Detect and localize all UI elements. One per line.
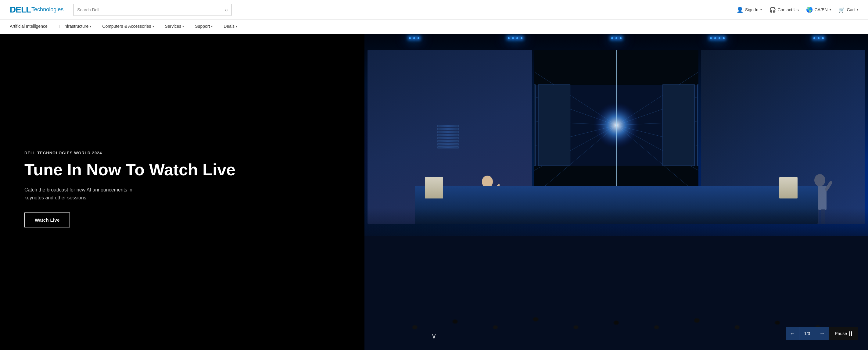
prev-slide-button[interactable]: ← <box>786 327 799 340</box>
ceiling-lights <box>365 34 868 39</box>
light-dot <box>616 37 617 39</box>
pause-button[interactable]: Pause <box>829 327 858 340</box>
logo-dell-text: DELL <box>10 5 31 14</box>
hero-section: DELL TECHNOLOGIES WORLD 2024 Tune In Now… <box>0 34 868 350</box>
pause-bar-2 <box>851 331 852 336</box>
light-dot <box>723 37 725 39</box>
nav-services-label: Services <box>165 24 182 29</box>
light-dot <box>413 37 415 39</box>
search-input[interactable] <box>77 7 224 12</box>
logo-tech-text: Technologies <box>31 6 63 13</box>
nav-deals-label: Deals <box>223 24 235 29</box>
svg-rect-21 <box>534 85 535 166</box>
user-icon: 👤 <box>737 6 743 13</box>
nav-ai-label: Artificial Intelligence <box>10 24 48 29</box>
sign-in-label: Sign In <box>745 7 758 12</box>
nav-support-chevron-icon: ▾ <box>211 25 213 28</box>
nav-support-label: Support <box>195 24 210 29</box>
nav-item-support[interactable]: Support ▾ <box>189 20 218 34</box>
light-dot <box>813 37 815 39</box>
light-dot <box>611 37 613 39</box>
nav-deals-chevron-icon: ▾ <box>236 25 237 28</box>
stage-light-right <box>779 177 798 198</box>
server-unit <box>437 128 459 130</box>
light-dot <box>417 37 420 39</box>
sign-in-link[interactable]: 👤 Sign In ▾ <box>737 6 762 13</box>
nav-it-chevron-icon: ▾ <box>90 25 91 28</box>
scroll-down-indicator[interactable]: ∨ <box>431 332 437 340</box>
hero-description: Catch the broadcast for new AI announcem… <box>24 186 146 201</box>
hero-title: Tune In Now To Watch Live <box>24 161 346 179</box>
search-button[interactable]: ⌕ <box>224 6 228 13</box>
stage-light-left <box>425 177 443 198</box>
server-unit <box>437 146 459 149</box>
nav-item-services[interactable]: Services ▾ <box>159 20 190 34</box>
light-dot <box>508 37 509 39</box>
cart-chevron-icon: ▾ <box>857 8 858 11</box>
light-dot <box>620 37 622 39</box>
light-dot <box>521 37 522 39</box>
light-dot <box>516 37 518 39</box>
light-dot <box>818 37 819 39</box>
server-unit <box>437 143 459 146</box>
slide-counter: 1/3 <box>799 327 815 340</box>
light-dot <box>822 37 824 39</box>
server-unit <box>437 125 459 127</box>
region-label: CA/EN <box>815 7 828 12</box>
server-unit <box>437 140 459 142</box>
nav-item-deals[interactable]: Deals ▾ <box>218 20 243 34</box>
main-nav: Artificial Intelligence IT Infrastructur… <box>0 20 868 34</box>
watch-live-button[interactable]: Watch Live <box>24 213 70 227</box>
nav-computers-chevron-icon: ▾ <box>153 25 154 28</box>
header: DELL Technologies ⌕ 👤 Sign In ▾ 🎧 Contac… <box>0 0 868 20</box>
cart-icon: 🛒 <box>838 6 845 13</box>
server-rack <box>437 125 459 149</box>
svg-rect-22 <box>538 85 570 166</box>
search-icon: ⌕ <box>224 6 228 13</box>
search-bar: ⌕ <box>73 4 232 16</box>
pause-bar-1 <box>849 331 850 336</box>
nav-services-chevron-icon: ▾ <box>182 25 184 28</box>
light-dot <box>718 37 720 39</box>
headset-icon: 🎧 <box>769 6 776 13</box>
light-group-1 <box>409 37 420 39</box>
nav-item-computers[interactable]: Computers & Accessories ▾ <box>97 20 159 34</box>
server-unit <box>437 134 459 136</box>
next-slide-button[interactable]: → <box>815 327 829 340</box>
nav-it-label: IT Infrastructure <box>59 24 89 29</box>
light-group-5 <box>813 37 824 39</box>
nav-computers-label: Computers & Accessories <box>102 24 151 29</box>
server-unit <box>437 137 459 139</box>
light-group-4 <box>710 37 725 39</box>
cart-label: Cart <box>847 7 855 12</box>
light-group-2 <box>508 37 522 39</box>
hero-controls: ← 1/3 → Pause <box>786 327 858 340</box>
svg-rect-23 <box>663 85 694 166</box>
contact-us-label: Contact Us <box>778 7 799 12</box>
region-chevron-icon: ▾ <box>830 8 831 11</box>
light-dot <box>714 37 716 39</box>
light-dot <box>710 37 712 39</box>
hero-content: DELL TECHNOLOGIES WORLD 2024 Tune In Now… <box>0 34 365 350</box>
light-dot <box>409 37 411 39</box>
light-dot <box>512 37 514 39</box>
nav-item-it-infrastructure[interactable]: IT Infrastructure ▾ <box>53 20 97 34</box>
svg-rect-24 <box>698 85 699 166</box>
dell-logo[interactable]: DELL Technologies <box>10 5 63 14</box>
pause-label: Pause <box>835 331 847 336</box>
cart-link[interactable]: 🛒 Cart ▾ <box>838 6 858 13</box>
pause-icon <box>849 331 852 336</box>
contact-us-link[interactable]: 🎧 Contact Us <box>769 6 799 13</box>
light-group-3 <box>611 37 622 39</box>
hero-visual <box>365 34 868 350</box>
region-selector[interactable]: 🌎 CA/EN ▾ <box>806 6 831 13</box>
server-unit <box>437 131 459 133</box>
hero-eyebrow: DELL TECHNOLOGIES WORLD 2024 <box>24 151 346 155</box>
sign-in-chevron-icon: ▾ <box>760 8 762 11</box>
nav-item-ai[interactable]: Artificial Intelligence <box>10 20 53 34</box>
header-actions: 👤 Sign In ▾ 🎧 Contact Us 🌎 CA/EN ▾ 🛒 Car… <box>737 6 858 13</box>
globe-icon: 🌎 <box>806 6 813 13</box>
